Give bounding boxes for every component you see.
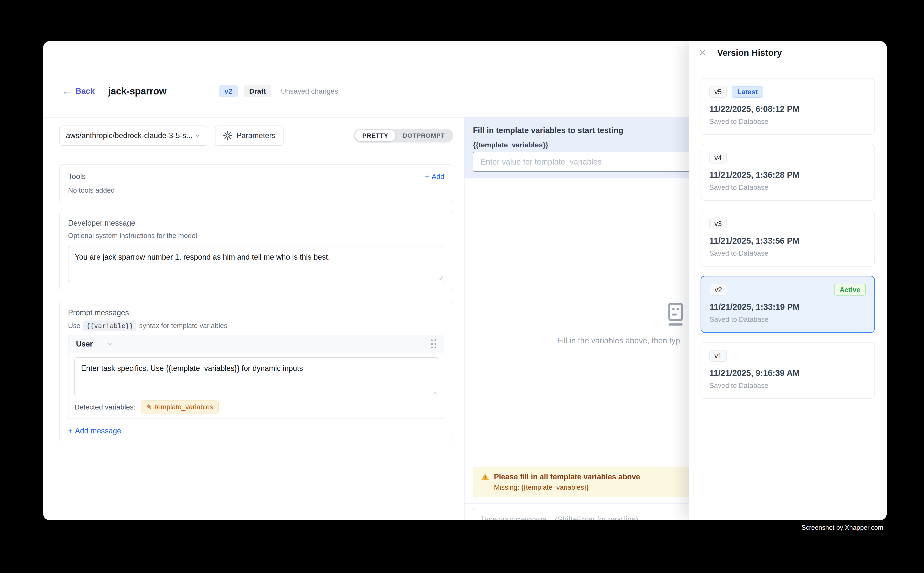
tools-empty-text: No tools added: [68, 186, 444, 194]
version-status: Saved to Database: [709, 249, 866, 257]
add-tool-label: Add: [432, 172, 445, 181]
model-select-value: aws/anthropic/bedrock-claude-3-5-s...: [66, 131, 192, 140]
unsaved-changes-text: Unsaved changes: [281, 87, 338, 95]
version-timestamp: 11/21/2025, 1:33:56 PM: [709, 236, 866, 246]
back-button[interactable]: ← Back: [62, 86, 95, 96]
format-toggle: PRETTY DOTPROMPT: [354, 129, 453, 142]
role-select[interactable]: User: [76, 340, 93, 348]
toggle-dotprompt[interactable]: DOTPROMPT: [395, 130, 452, 141]
back-arrow-icon: ←: [62, 86, 71, 96]
badge-group: v2 Draft Unsaved changes: [219, 85, 338, 97]
add-message-button[interactable]: + Add message: [68, 426, 444, 435]
developer-message-subtitle: Optional system instructions for the mod…: [68, 232, 444, 240]
version-list: v5 Latest 11/22/2025, 6:08:12 PM Saved t…: [689, 65, 886, 421]
warning-title-text: Please fill in all template variables ab…: [494, 473, 640, 481]
developer-message-section: Developer message Optional system instru…: [59, 211, 453, 290]
developer-message-title: Developer message: [68, 219, 444, 227]
watermark-text: Screenshot by Xnapper.com: [802, 524, 883, 531]
plus-icon: +: [68, 426, 72, 435]
version-status: Saved to Database: [709, 382, 866, 390]
developer-message-input[interactable]: You are jack sparrow number 1, respond a…: [68, 246, 444, 282]
syntax-hint: Use {{variable}} syntax for template var…: [68, 321, 444, 331]
prompt-messages-title: Prompt messages: [68, 308, 444, 317]
chevron-down-icon[interactable]: [106, 340, 113, 348]
version-id-badge: v2: [710, 284, 727, 296]
detected-variables-row: Detected variables: ✎ template_variables: [69, 396, 444, 418]
version-status: Saved to Database: [710, 315, 866, 323]
chevron-down-icon: [193, 132, 201, 139]
version-id-badge: v5: [709, 86, 727, 98]
toggle-pretty[interactable]: PRETTY: [355, 130, 395, 141]
version-card[interactable]: v5 Latest 11/22/2025, 6:08:12 PM Saved t…: [701, 78, 875, 135]
empty-state-text: Fill in the variables above, then typ: [557, 336, 680, 345]
plus-icon: +: [425, 172, 429, 181]
detected-variables-label: Detected variables:: [74, 403, 135, 411]
version-id-badge: v1: [709, 350, 727, 362]
parameters-label: Parameters: [237, 131, 276, 140]
version-card[interactable]: v4 11/21/2025, 1:36:28 PM Saved to Datab…: [701, 144, 875, 200]
tools-section: Tools + Add No tools added: [59, 164, 453, 203]
model-select[interactable]: aws/anthropic/bedrock-claude-3-5-s...: [59, 125, 207, 146]
model-toolbar: aws/anthropic/bedrock-claude-3-5-s...: [59, 125, 453, 146]
version-id-badge: v3: [709, 218, 727, 229]
gear-icon: [223, 131, 232, 140]
close-icon[interactable]: ✕: [699, 49, 706, 57]
prompt-messages-section: Prompt messages Use {{variable}} syntax …: [59, 301, 453, 441]
version-timestamp: 11/21/2025, 9:16:39 AM: [709, 368, 866, 378]
parameters-button[interactable]: Parameters: [215, 125, 284, 146]
app-window: ← Back jack-sparrow v2 Draft Unsaved cha…: [43, 41, 886, 520]
tools-title: Tools: [68, 172, 86, 181]
prompt-editor-pane: aws/anthropic/bedrock-claude-3-5-s...: [43, 117, 464, 520]
prompt-message-block: User Enter task specifics. Use {{templat…: [68, 335, 444, 419]
message-role-header: User: [69, 335, 444, 353]
version-status: Saved to Database: [709, 117, 866, 125]
page-title: jack-sparrow: [108, 85, 166, 97]
variable-syntax-chip: {{variable}}: [83, 321, 136, 331]
version-tag-badge: Active: [834, 284, 866, 296]
template-variable-chip[interactable]: ✎ template_variables: [141, 401, 219, 413]
version-timestamp: 11/21/2025, 1:33:19 PM: [710, 302, 866, 312]
warning-icon: [481, 473, 489, 481]
version-id-badge: v4: [709, 152, 727, 163]
version-card[interactable]: v2 Active 11/21/2025, 1:33:19 PM Saved t…: [701, 276, 875, 333]
version-tag-badge: Latest: [732, 86, 763, 98]
version-badge: v2: [219, 85, 238, 97]
drag-handle-icon[interactable]: [431, 340, 436, 348]
version-status: Saved to Database: [709, 183, 866, 191]
draft-badge: Draft: [243, 85, 271, 97]
add-tool-button[interactable]: + Add: [425, 172, 444, 181]
version-card[interactable]: v1 11/21/2025, 9:16:39 AM Saved to Datab…: [701, 342, 875, 399]
version-card[interactable]: v3 11/21/2025, 1:33:56 PM Saved to Datab…: [701, 210, 875, 266]
version-history-title: Version History: [717, 48, 782, 58]
prompt-message-input[interactable]: Enter task specifics. Use {{template_var…: [74, 357, 438, 396]
version-history-panel: ✕ Version History v5 Latest 11/22/2025, …: [689, 41, 886, 520]
version-timestamp: 11/21/2025, 1:36:28 PM: [709, 170, 866, 180]
version-timestamp: 11/22/2025, 6:08:12 PM: [709, 104, 866, 114]
robot-icon: [665, 303, 687, 327]
version-history-header: ✕ Version History: [689, 41, 886, 65]
back-label: Back: [75, 87, 95, 96]
pencil-icon: ✎: [146, 403, 152, 411]
